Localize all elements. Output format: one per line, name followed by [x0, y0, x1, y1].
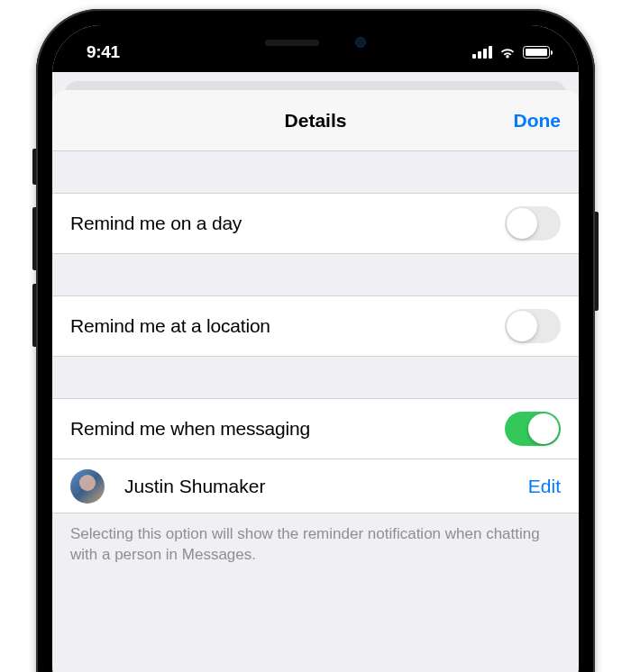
remind-day-toggle[interactable] — [505, 206, 561, 241]
contact-avatar — [70, 469, 105, 504]
status-icons — [472, 46, 550, 59]
details-sheet: Details Done Remind me on a day Remind m… — [52, 90, 579, 672]
phone-frame: 9:41 Details Done — [36, 9, 595, 672]
contact-row[interactable]: Justin Shumaker Edit — [52, 459, 579, 513]
wifi-icon — [498, 46, 517, 59]
edit-button[interactable]: Edit — [528, 476, 561, 497]
remind-day-label: Remind me on a day — [70, 213, 242, 234]
signal-icon — [472, 46, 492, 59]
remind-day-row: Remind me on a day — [52, 193, 579, 254]
remind-location-row: Remind me at a location — [52, 295, 579, 357]
power-button — [595, 212, 599, 311]
content-area: Remind me on a day Remind me at a locati… — [52, 151, 579, 584]
mute-switch — [32, 149, 36, 185]
remind-messaging-row: Remind me when messaging — [52, 398, 579, 459]
footer-description: Selecting this option will show the remi… — [52, 513, 579, 584]
front-camera — [355, 37, 366, 48]
page-title: Details — [285, 110, 347, 132]
navigation-bar: Details Done — [52, 90, 579, 151]
contact-name: Justin Shumaker — [124, 476, 528, 497]
battery-icon — [523, 46, 550, 59]
remind-location-toggle[interactable] — [505, 309, 561, 343]
remind-messaging-label: Remind me when messaging — [70, 418, 310, 440]
speaker-grille — [265, 40, 319, 46]
remind-messaging-toggle[interactable] — [505, 412, 561, 446]
remind-location-label: Remind me at a location — [70, 315, 270, 337]
notch — [198, 25, 433, 59]
volume-down-button — [32, 284, 36, 347]
screen: 9:41 Details Done — [52, 25, 579, 672]
status-time: 9:41 — [87, 42, 120, 62]
volume-up-button — [32, 207, 36, 270]
done-button[interactable]: Done — [514, 110, 562, 132]
